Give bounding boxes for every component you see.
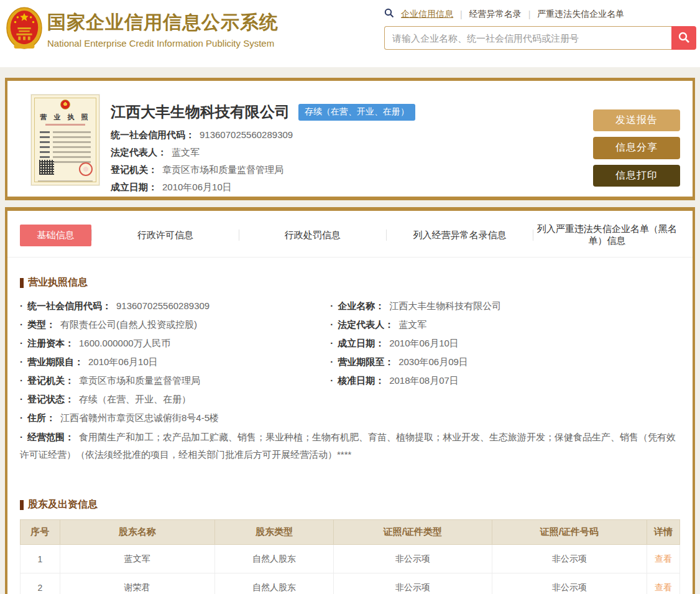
table-header-cell: 详情 xyxy=(647,520,679,545)
nav-abnormal-directory[interactable]: 经营异常名录 xyxy=(469,9,522,20)
search-bar xyxy=(384,26,696,50)
license-emblem-icon xyxy=(60,100,70,109)
field-label: 成立日期： xyxy=(111,182,157,192)
nav-blacklist[interactable]: 严重违法失信企业名单 xyxy=(537,9,624,20)
info-label: 企业名称： xyxy=(338,300,384,311)
top-navigation: 企业信用信息|经营异常名录|严重违法失信企业名单 xyxy=(384,8,696,20)
section-bar-icon xyxy=(20,278,24,288)
info-value: 913607025560289309 xyxy=(116,300,210,311)
info-row: 营业期限至：2030年06月09日 xyxy=(330,353,680,371)
cell-no: 2 xyxy=(21,573,60,594)
cell-no: 1 xyxy=(21,545,60,573)
info-label: 营业期限自： xyxy=(27,356,83,367)
info-value: 存续（在营、开业、在册） xyxy=(79,394,191,404)
info-value: 有限责任公司(自然人投资或控股) xyxy=(60,319,197,330)
shareholders-section: 股东及出资信息 序号股东名称股东类型证照/证件类型证照/证件号码详情 1蓝文军自… xyxy=(7,498,693,594)
business-license-image: 营 业 执 照 xyxy=(31,95,99,185)
info-label: 成立日期： xyxy=(338,338,384,348)
header-right: 企业信用信息|经营异常名录|严重违法失信企业名单 xyxy=(384,5,696,67)
table-row: 1蓝文军自然人股东非公示项非公示项查看 xyxy=(21,545,680,573)
company-key-fields: 统一社会信用代码：913607025560289309法定代表人：蓝文军登记机关… xyxy=(111,129,586,193)
field-value: 章贡区市场和质量监督管理局 xyxy=(162,164,283,175)
send-report-button[interactable]: 发送报告 xyxy=(593,109,680,131)
info-value: 蓝文军 xyxy=(398,319,426,330)
site-titles: 国家企业信用信息公示系统 National Enterprise Credit … xyxy=(47,5,279,67)
national-emblem-logo xyxy=(6,5,42,67)
cell-name: 蓝文军 xyxy=(60,545,214,573)
info-row: 营业期限自：2010年06月10日 xyxy=(20,353,330,371)
section-bar-icon xyxy=(20,500,24,510)
nav-credit-info[interactable]: 企业信用信息 xyxy=(401,9,453,20)
cell-cert-type: 非公示项 xyxy=(333,545,492,573)
info-label: 营业期限至： xyxy=(338,356,394,367)
field-value: 913607025560289309 xyxy=(200,129,293,140)
share-info-button[interactable]: 信息分享 xyxy=(593,137,680,159)
cell-type: 自然人股东 xyxy=(214,573,333,594)
tab-admin-license[interactable]: 行政许可信息 xyxy=(92,225,239,246)
info-row: 经营范围：食用菌生产和加工；农产品加工贮藏、销售；果业种植；生物有机肥、育苗、植… xyxy=(20,429,680,463)
tab-blacklist[interactable]: 列入严重违法失信企业名单（黑名单）信息 xyxy=(533,218,680,252)
table-header-cell: 证照/证件号码 xyxy=(492,520,647,545)
table-header-cell: 股东类型 xyxy=(214,520,333,545)
license-red-seal xyxy=(79,162,93,176)
search-button[interactable] xyxy=(671,26,696,50)
cell-name: 谢荣君 xyxy=(60,573,214,594)
cell-cert-type: 非公示项 xyxy=(333,573,492,594)
nav-separator: | xyxy=(528,9,531,19)
print-info-button[interactable]: 信息打印 xyxy=(593,165,680,187)
info-label: 类型： xyxy=(27,319,55,330)
tab-abnormal-list[interactable]: 列入经营异常名录信息 xyxy=(387,225,533,246)
info-value: 食用菌生产和加工；农产品加工贮藏、销售；果业种植；生物有机肥、育苗、植物提取；林… xyxy=(20,432,676,460)
table-header-cell: 序号 xyxy=(21,520,60,545)
cell-detail: 查看 xyxy=(647,545,679,573)
cell-type: 自然人股东 xyxy=(214,545,333,573)
license-code-line xyxy=(45,124,85,126)
view-detail-link[interactable]: 查看 xyxy=(655,554,672,564)
info-label: 注册资本： xyxy=(27,338,74,348)
nav-separator: | xyxy=(460,9,463,19)
company-info: 江西大丰生物科技有限公司 存续（在营、开业、在册） 统一社会信用代码：91360… xyxy=(111,95,586,187)
company-field-row: 登记机关：章贡区市场和质量监督管理局 xyxy=(111,164,586,176)
field-value: 2010年06月10日 xyxy=(162,182,232,192)
info-value: 江西大丰生物科技有限公司 xyxy=(389,300,501,311)
company-summary-card: 营 业 执 照 江西大丰生物科技有限公司 存续（在营、开业、在册） 统一社会信用… xyxy=(5,78,695,200)
field-label: 统一社会信用代码： xyxy=(111,129,195,140)
tab-admin-penalty[interactable]: 行政处罚信息 xyxy=(239,225,386,246)
info-row: 企业名称：江西大丰生物科技有限公司 xyxy=(330,297,680,315)
section-title-shareholders: 股东及出资信息 xyxy=(20,498,680,511)
field-label: 登记机关： xyxy=(111,164,157,175)
section-title-license-info: 营业执照信息 xyxy=(20,276,680,289)
table-header-cell: 证照/证件类型 xyxy=(333,520,492,545)
status-badge: 存续（在营、开业、在册） xyxy=(298,104,415,121)
site-title-cn: 国家企业信用信息公示系统 xyxy=(47,10,279,35)
info-label: 经营范围： xyxy=(27,432,74,442)
view-detail-link[interactable]: 查看 xyxy=(655,582,672,592)
info-row: 住所：江西省赣州市章贡区忠诚俯街8号4-5楼 xyxy=(20,409,330,427)
info-value: 2018年08月07日 xyxy=(389,375,459,386)
site-title-en: National Enterprise Credit Information P… xyxy=(47,38,279,49)
info-row: 登记状态：存续（在营、开业、在册） xyxy=(20,390,330,409)
cell-detail: 查看 xyxy=(647,573,679,594)
field-label: 法定代表人： xyxy=(111,147,167,157)
cell-cert-no: 非公示项 xyxy=(492,573,647,594)
company-name: 江西大丰生物科技有限公司 xyxy=(111,102,290,122)
table-header-cell: 股东名称 xyxy=(60,520,214,545)
info-label: 住所： xyxy=(27,412,55,423)
license-title: 营 业 执 照 xyxy=(32,113,99,122)
info-value: 2010年06月10日 xyxy=(88,356,158,367)
search-icon xyxy=(384,8,394,20)
info-value: 2030年06月09日 xyxy=(398,356,468,367)
brand: 国家企业信用信息公示系统 National Enterprise Credit … xyxy=(6,5,279,67)
info-value: 章贡区市场和质量监督管理局 xyxy=(79,375,200,386)
table-row: 2谢荣君自然人股东非公示项非公示项查看 xyxy=(21,573,680,594)
info-row: 统一社会信用代码：913607025560289309 xyxy=(20,297,330,315)
info-value: 2010年06月10日 xyxy=(389,338,459,348)
search-input[interactable] xyxy=(384,26,671,50)
tab-basic-info[interactable]: 基础信息 xyxy=(20,225,91,246)
info-row: 注册资本：1600.000000万人民币 xyxy=(20,334,330,353)
info-label: 法定代表人： xyxy=(338,319,394,330)
company-field-row: 统一社会信用代码：913607025560289309 xyxy=(111,129,586,141)
company-field-row: 成立日期：2010年06月10日 xyxy=(111,182,586,193)
detail-tabs: 基础信息行政许可信息行政处罚信息列入经营异常名录信息列入严重违法失信企业名单（黑… xyxy=(7,211,693,258)
search-button-icon xyxy=(678,31,690,45)
